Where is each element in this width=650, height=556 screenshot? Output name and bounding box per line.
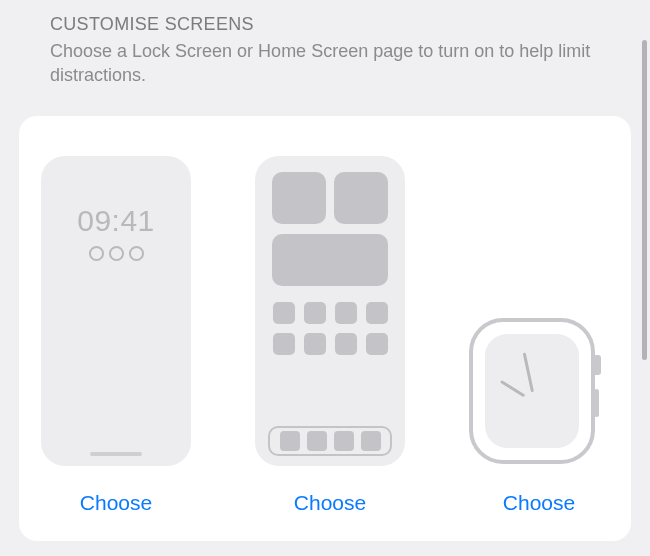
widget-row-icon bbox=[270, 172, 390, 224]
watch-minute-hand-icon bbox=[523, 352, 534, 392]
choose-lock-screen-button[interactable]: Choose bbox=[70, 487, 162, 519]
dock-icon bbox=[268, 426, 392, 456]
app-grid-icon bbox=[273, 302, 388, 355]
lock-screen-preview[interactable]: 09:41 bbox=[41, 156, 191, 466]
scrollbar[interactable] bbox=[642, 40, 647, 360]
home-indicator-icon bbox=[90, 452, 142, 456]
section-title: CUSTOMISE SCREENS bbox=[50, 14, 600, 35]
watch-face-icon bbox=[485, 334, 579, 448]
widget-wide-icon bbox=[272, 234, 388, 286]
lock-screen-option: 09:41 Choose bbox=[41, 156, 191, 519]
watch-crown-icon bbox=[593, 355, 601, 375]
lock-screen-time: 09:41 bbox=[77, 204, 155, 238]
watch-body-icon bbox=[469, 318, 595, 464]
watch-preview[interactable] bbox=[469, 311, 609, 471]
watch-side-button-icon bbox=[594, 389, 599, 417]
lock-screen-widget-icon bbox=[89, 246, 144, 261]
section-header: CUSTOMISE SCREENS Choose a Lock Screen o… bbox=[0, 0, 650, 98]
choose-home-screen-button[interactable]: Choose bbox=[284, 487, 376, 519]
choose-watch-button[interactable]: Choose bbox=[493, 487, 585, 519]
home-screen-preview[interactable] bbox=[255, 156, 405, 466]
section-description: Choose a Lock Screen or Home Screen page… bbox=[50, 39, 600, 88]
customise-screens-card: 09:41 Choose bbox=[19, 116, 631, 541]
watch-option: Choose bbox=[469, 156, 609, 519]
home-screen-option: Choose bbox=[255, 156, 405, 519]
watch-hour-hand-icon bbox=[500, 379, 525, 396]
